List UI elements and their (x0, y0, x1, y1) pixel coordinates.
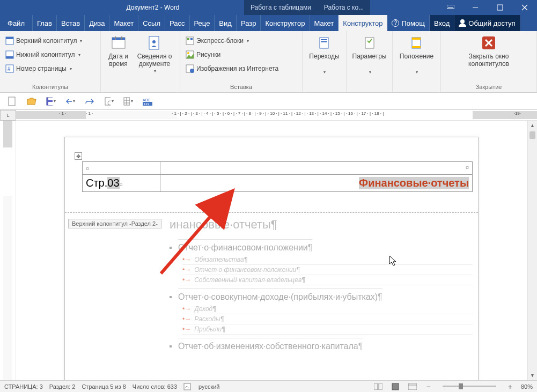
position-button[interactable]: Положение▾ (396, 33, 437, 76)
person-icon (459, 19, 466, 27)
svg-rect-25 (321, 41, 327, 42)
maximize-icon[interactable] (488, 0, 512, 15)
status-language[interactable]: русский (198, 383, 219, 390)
vertical-scrollbar[interactable]: ▲ ▼ (527, 121, 537, 380)
quick-access-toolbar: ▾ ▾ ▾ ▾ ABC123 (0, 93, 537, 110)
print-layout-icon[interactable] (390, 382, 401, 391)
svg-rect-49 (392, 383, 399, 390)
footer-button[interactable]: Нижний колонтитул▾ (3, 49, 84, 60)
zoom-out-button[interactable]: − (424, 382, 433, 391)
heading-1: инансовые·отчеты¶ (170, 218, 473, 232)
tab-insert[interactable]: Встав (57, 15, 85, 31)
header-title[interactable]: Финансовые·отчеты (359, 177, 469, 189)
list-item: •→Собственный·капитал·владельцев¶ (182, 275, 473, 285)
scroll-thumb[interactable] (529, 131, 535, 139)
redo-icon[interactable] (85, 97, 94, 106)
context-tab-table[interactable]: Работа с таблицами (244, 0, 318, 15)
save-icon[interactable]: ▾ (46, 97, 56, 106)
quick-parts-button[interactable]: Экспресс-блоки▾ (183, 35, 281, 46)
tab-share[interactable]: Общий доступ (454, 15, 520, 31)
svg-rect-1 (448, 7, 453, 8)
navigation-button[interactable]: Переходы▾ (306, 33, 342, 76)
header-table[interactable]: ¤¤ Стр.03¤ Финансовые·отчеты (82, 161, 473, 192)
svg-rect-48 (379, 383, 382, 390)
ruler-vertical[interactable] (0, 121, 16, 380)
web-layout-icon[interactable] (407, 382, 418, 391)
page[interactable]: ✥ ¤¤ Стр.03¤ Финансовые·отчеты Верхний к… (64, 137, 479, 380)
menu-tabs: Файл Глав Встав Диза Макет Ссыл Расс Рец… (0, 15, 537, 31)
document-title: Документ2 - Word (0, 4, 244, 11)
table-move-handle[interactable]: ✥ (75, 152, 82, 160)
tab-signin[interactable]: Вход (430, 15, 454, 31)
svg-rect-33 (48, 98, 53, 100)
svg-rect-3 (497, 5, 503, 10)
help-icon: ? (392, 19, 399, 27)
svg-rect-50 (408, 383, 417, 390)
options-button[interactable]: Параметры▾ (349, 33, 390, 76)
list-item: •→Обязательства¶ (182, 255, 473, 265)
proofing-icon[interactable] (183, 383, 192, 390)
tab-header-design[interactable]: Конструктор (339, 15, 387, 31)
tab-view[interactable]: Вид (215, 15, 237, 31)
tab-file[interactable]: Файл (0, 15, 33, 31)
group-label-headers: Колонтитулы (3, 83, 97, 92)
svg-text:123: 123 (144, 102, 150, 106)
online-pictures-button[interactable]: Изображения из Интернета (183, 63, 281, 74)
heading-2: Отчет·о·финансовом·положении¶ (178, 239, 312, 253)
open-icon[interactable] (27, 97, 36, 106)
pictures-button[interactable]: Рисунки (183, 49, 281, 60)
tab-help[interactable]: ?Помощ (387, 15, 429, 31)
close-icon[interactable] (512, 0, 537, 15)
tab-table-design[interactable]: Конструктор (261, 15, 310, 31)
tab-references[interactable]: Ссыл (138, 15, 165, 31)
document-area: ✥ ¤¤ Стр.03¤ Финансовые·отчеты Верхний к… (0, 121, 537, 380)
scroll-up-icon[interactable]: ▲ (528, 121, 537, 130)
ruler-horizontal[interactable]: L · 1 · · 1 · · 1 · | · 2 · | · 3 · | · … (0, 110, 537, 121)
svg-rect-29 (412, 46, 421, 48)
doc-info-button[interactable]: Сведения о документе▾ (133, 33, 176, 75)
minimize-icon[interactable] (463, 0, 488, 15)
svg-rect-0 (447, 5, 454, 9)
print-preview-icon[interactable]: ▾ (104, 97, 114, 106)
date-time-button[interactable]: Дата и время (104, 33, 133, 69)
tab-layout[interactable]: Макет (109, 15, 138, 31)
status-words[interactable]: Число слов: 633 (133, 383, 177, 390)
svg-rect-11 (112, 38, 125, 40)
ruler-corner[interactable]: L (0, 110, 16, 121)
group-label-close: Закрытие (444, 83, 533, 92)
tab-home[interactable]: Глав (33, 15, 57, 31)
read-mode-icon[interactable] (373, 382, 384, 391)
page-number-button[interactable]: # Номер страницы▾ (3, 63, 84, 74)
tab-table-layout[interactable]: Макет (310, 15, 339, 31)
header-button[interactable]: Верхний колонтитул▾ (3, 35, 84, 46)
tab-review[interactable]: Реце (190, 15, 215, 31)
status-section[interactable]: Раздел: 2 (49, 383, 76, 390)
table-icon[interactable]: ▾ (123, 97, 133, 106)
status-pages[interactable]: Страница 5 из 8 (82, 383, 126, 390)
list-item: •→Отчет·о·финансовом·положении¶ (182, 265, 473, 275)
group-label-insert: Вставка (183, 83, 299, 92)
context-tab-header[interactable]: Работа с ко... (318, 0, 370, 15)
svg-rect-28 (412, 38, 421, 40)
undo-icon[interactable]: ▾ (65, 97, 75, 106)
word-count-icon[interactable]: ABC123 (143, 97, 152, 106)
zoom-in-button[interactable]: + (506, 382, 514, 391)
tab-design[interactable]: Диза (85, 15, 109, 31)
ribbon-options-icon[interactable] (438, 0, 463, 15)
tab-mailings[interactable]: Расс (165, 15, 189, 31)
tab-developer[interactable]: Разр (237, 15, 261, 31)
zoom-slider[interactable] (443, 386, 496, 387)
close-header-button[interactable]: Закрыть окно колонтитулов (444, 33, 533, 69)
status-bar: СТРАНИЦА: 3 Раздел: 2 Страница 5 из 8 Чи… (0, 380, 537, 392)
status-page[interactable]: СТРАНИЦА: 3 (4, 383, 43, 390)
svg-point-22 (190, 69, 194, 73)
header-section-tag: Верхний колонтитул -Раздел 2- (68, 219, 161, 228)
list-item: •→Расходы¶ (182, 314, 473, 324)
scroll-down-icon[interactable]: ▼ (528, 371, 537, 380)
svg-point-20 (187, 52, 189, 54)
zoom-level[interactable]: 80% (521, 383, 533, 390)
new-doc-icon[interactable] (8, 97, 17, 106)
document-body: инансовые·отчеты¶ Отчет·о·финансовом·пол… (170, 218, 473, 353)
svg-rect-18 (190, 38, 193, 40)
heading-2: Отчет·об·изменениях·собственного·капитал… (178, 338, 363, 351)
